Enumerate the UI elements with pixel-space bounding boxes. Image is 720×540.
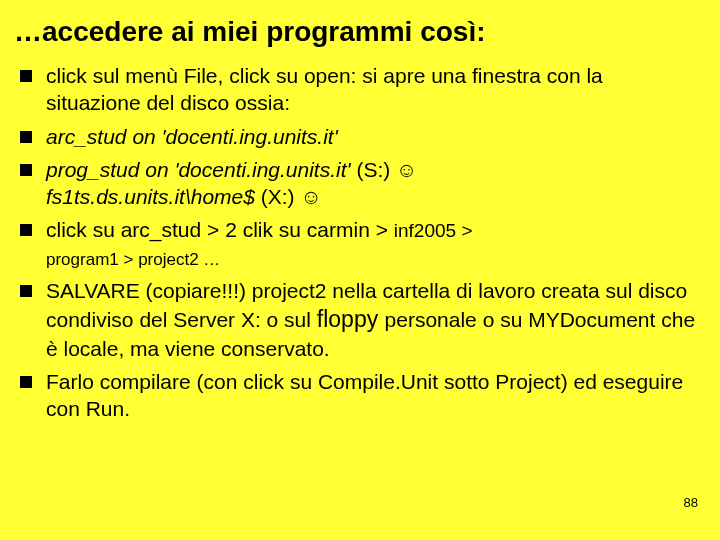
list-item: prog_stud on 'docenti.ing.units.it' (S:)… [12, 156, 698, 211]
item-text: fs1ts.ds.units.it\home$ [46, 185, 261, 208]
item-text: prog_stud on 'docenti.ing.units.it' [46, 158, 351, 181]
list-item: click sul menù File, click su open: si a… [12, 62, 698, 117]
item-text: (X:) [261, 185, 301, 208]
item-text: click sul menù File, click su open: si a… [46, 64, 603, 114]
item-text: click su arc_stud > 2 clik su carmin > [46, 218, 394, 241]
item-text: (S:) [351, 158, 397, 181]
item-text: floppy [317, 306, 385, 332]
slide-title: …accedere ai miei programmi così: [14, 16, 698, 48]
smile-icon: ☺ [396, 158, 417, 181]
item-text: Farlo compilare (con click su Compile.Un… [46, 370, 683, 420]
list-item: arc_stud on 'docenti.ing.units.it' [12, 123, 698, 150]
page-number: 88 [684, 495, 698, 510]
bullet-list: click sul menù File, click su open: si a… [12, 62, 698, 423]
smile-icon: ☺ [300, 185, 321, 208]
item-text: arc_stud on 'docenti.ing.units.it' [46, 125, 338, 148]
list-item: click su arc_stud > 2 clik su carmin > i… [12, 216, 698, 271]
item-text: program1 > project2 … [46, 250, 220, 269]
item-text: inf2005 > [394, 220, 473, 241]
list-item: SALVARE (copiare!!!) project2 nella cart… [12, 277, 698, 361]
list-item: Farlo compilare (con click su Compile.Un… [12, 368, 698, 423]
